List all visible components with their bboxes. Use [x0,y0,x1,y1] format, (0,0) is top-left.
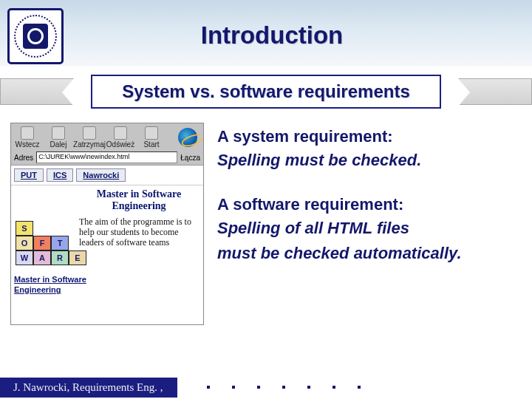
link-put[interactable]: PUT [14,168,44,182]
slide-title: Introduction [64,17,532,50]
mse-heading: Master in Software Engineering [79,188,199,212]
ie-logo-icon [178,128,197,147]
browser-screenshot: Wstecz Dalej Zatrzymaj Odśwież Start Adr… [10,123,204,325]
home-button[interactable]: Start [138,126,165,149]
university-logo [7,8,64,64]
mse-paragraph: The aim of the programme is to help our … [79,216,199,248]
ribbon-left [0,78,74,105]
ribbon-right [458,78,532,105]
footer: J. Nawrocki, Requirements Eng. , [0,375,532,399]
main-text: A system requirement: Spelling must be c… [217,123,523,325]
back-button[interactable]: Wstecz [14,126,41,149]
subtitle-ribbon: System vs. software requirements [0,74,532,109]
system-req-body: Spelling must be checked. [217,151,523,170]
link-ics[interactable]: ICS [47,168,73,182]
address-label: Adres [14,154,33,162]
stop-button[interactable]: Zatrzymaj [76,126,103,149]
software-req-body1: Spelling of all HTML files [217,219,523,238]
address-row: Adres C:\JUREK\www\newindex.html Łącza [11,150,203,166]
blocks-graphic: S O F T W A R E Master in Software Engin… [11,185,75,325]
footer-dots [177,386,532,389]
browser-body: S O F T W A R E Master in Software Engin… [11,185,203,325]
system-req-heading: A system requirement: [217,127,523,146]
software-req-body2: must be checked automatically. [217,244,523,263]
link-nawrocki[interactable]: Nawrocki [76,168,126,182]
footer-label: J. Nawrocki, Requirements Eng. , [0,378,177,398]
link-row: PUT ICS Nawrocki [11,166,203,185]
subtitle: System vs. software requirements [91,75,441,109]
blocks-caption[interactable]: Master in Software Engineering [14,274,117,295]
refresh-button[interactable]: Odśwież [107,126,134,149]
address-input[interactable]: C:\JUREK\www\newindex.html [36,151,177,163]
links-label[interactable]: Łącza [180,154,200,162]
forward-button[interactable]: Dalej [45,126,72,149]
software-req-heading: A software requirement: [217,195,523,214]
browser-toolbar: Wstecz Dalej Zatrzymaj Odśwież Start [11,123,203,150]
header-bar: Introduction [0,0,532,66]
body-text-col: Master in Software Engineering The aim o… [75,185,203,325]
